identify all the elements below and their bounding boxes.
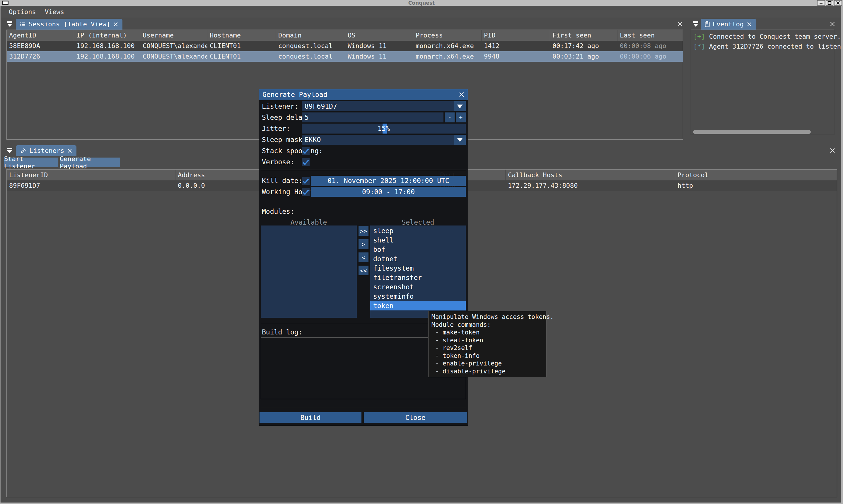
tab-sessions[interactable]: Sessions [Table View] bbox=[16, 19, 122, 30]
right-icon: > bbox=[362, 241, 365, 248]
list-item-highlighted[interactable]: token bbox=[370, 301, 466, 310]
sessions-collapse-button[interactable] bbox=[6, 20, 14, 29]
divider bbox=[261, 171, 466, 171]
listeners-panel-close-button[interactable] bbox=[829, 148, 836, 154]
checkmark-icon bbox=[302, 158, 310, 166]
tab-listeners-close-button[interactable] bbox=[67, 148, 72, 154]
column-header: AgentID bbox=[7, 30, 74, 41]
close-window-button[interactable] bbox=[834, 0, 842, 5]
cell-listener-id: 89F691D7 bbox=[7, 180, 176, 191]
working-hours-picker-button[interactable]: 09:00 - 17:00 bbox=[311, 187, 466, 197]
build-button[interactable]: Build bbox=[259, 412, 361, 423]
eventlog-text: Agent 312D7726 connected to listener bbox=[709, 41, 843, 52]
generate-payload-label: Generate Payload bbox=[60, 155, 120, 170]
close-button[interactable]: Close bbox=[364, 412, 467, 423]
clipboard-icon bbox=[705, 21, 710, 27]
column-header: Protocol bbox=[675, 169, 837, 180]
cell-domain: conquest.local bbox=[276, 51, 345, 62]
listener-value: 89F691D7 bbox=[302, 103, 337, 110]
eventlog-panel-close-button[interactable] bbox=[829, 21, 836, 27]
close-icon bbox=[829, 21, 836, 27]
eventlog-collapse-button[interactable] bbox=[692, 20, 699, 29]
dialog-close-button[interactable] bbox=[459, 91, 465, 98]
list-item[interactable]: filesystem bbox=[370, 264, 466, 273]
tooltip-line: - enable-privilege bbox=[431, 360, 543, 367]
cell-process: monarch.x64.exe bbox=[413, 41, 482, 51]
cell-hostname: CLIENT01 bbox=[208, 41, 276, 51]
list-item[interactable]: sleep bbox=[370, 226, 466, 235]
collapse-panel-icon bbox=[692, 20, 699, 28]
menubar: Options Views bbox=[0, 6, 843, 18]
sleep-delay-decrement-button[interactable]: - bbox=[445, 112, 454, 122]
sleep-mask-value: EKKO bbox=[302, 136, 321, 144]
list-item[interactable]: screenshot bbox=[370, 282, 466, 292]
eventlog-output: [+] Connected to Conquest team server. [… bbox=[691, 30, 834, 135]
tooltip-line: - make-token bbox=[431, 328, 543, 337]
tab-listeners[interactable]: Listeners bbox=[16, 145, 76, 156]
sleep-delay-increment-button[interactable]: + bbox=[456, 112, 466, 122]
cell-username: CONQUEST\alexander bbox=[140, 51, 208, 62]
close-icon bbox=[459, 91, 465, 98]
stack-spoofing-checkbox[interactable] bbox=[302, 147, 310, 155]
move-left-button[interactable]: < bbox=[359, 252, 369, 262]
column-header: OS bbox=[345, 30, 413, 41]
eventlog-entry: [+] Connected to Conquest team server. bbox=[693, 32, 831, 41]
selected-modules-list[interactable]: sleep shell bof dotnet filesystem filetr… bbox=[370, 226, 466, 318]
start-listener-button[interactable]: Start Listener bbox=[4, 158, 58, 167]
sessions-table-header: AgentID IP (Internal) Username Hostname … bbox=[7, 30, 683, 41]
menu-options[interactable]: Options bbox=[9, 8, 36, 16]
column-header: IP (Internal) bbox=[74, 30, 140, 41]
list-item[interactable]: systeminfo bbox=[370, 292, 466, 301]
column-header: Process bbox=[413, 30, 482, 41]
cell-protocol: http bbox=[675, 180, 837, 191]
eventlog-prefix-info: [*] bbox=[693, 41, 705, 52]
titlebar: Conquest bbox=[0, 0, 843, 6]
sleep-mask-dropdown[interactable]: EKKO bbox=[302, 135, 466, 145]
cell-agent-id: 312D7726 bbox=[7, 51, 74, 62]
column-header: Last seen bbox=[617, 30, 683, 41]
move-right-button[interactable]: > bbox=[359, 239, 369, 249]
tab-sessions-close-button[interactable] bbox=[113, 22, 118, 27]
listener-dropdown[interactable]: 89F691D7 bbox=[302, 101, 466, 111]
verbose-checkbox[interactable] bbox=[302, 158, 310, 166]
dialog-titlebar[interactable]: Generate Payload bbox=[259, 89, 468, 100]
kill-date-picker-button[interactable]: 01. November 2025 12:00:00 UTC bbox=[311, 176, 466, 186]
list-item[interactable]: shell bbox=[370, 235, 466, 245]
table-row-selected[interactable]: 312D7726 192.168.168.100 CONQUEST\alexan… bbox=[7, 51, 683, 62]
tab-listeners-label: Listeners bbox=[29, 147, 64, 154]
maximize-button[interactable] bbox=[826, 0, 833, 5]
cell-domain: conquest.local bbox=[276, 41, 345, 51]
list-item[interactable]: dotnet bbox=[370, 254, 466, 264]
generate-payload-button[interactable]: Generate Payload bbox=[60, 158, 120, 167]
dropdown-arrow-button[interactable] bbox=[454, 135, 466, 145]
menu-views[interactable]: Views bbox=[45, 8, 64, 16]
eventlog-horizontal-scrollbar[interactable] bbox=[693, 130, 811, 134]
minimize-icon bbox=[819, 1, 823, 5]
tooltip-line: Manipulate Windows access tokens. bbox=[431, 313, 543, 321]
column-header: Hostname bbox=[208, 30, 276, 41]
list-item[interactable]: filetransfer bbox=[370, 273, 466, 282]
build-button-label: Build bbox=[300, 414, 320, 421]
table-row[interactable]: 58EE89DA 192.168.168.100 CONQUEST\alexan… bbox=[7, 41, 683, 51]
dropdown-arrow-button[interactable] bbox=[454, 101, 466, 111]
tooltip-line: Module commands: bbox=[431, 321, 543, 329]
listeners-collapse-button[interactable] bbox=[6, 147, 14, 156]
sessions-panel-close-button[interactable] bbox=[677, 21, 683, 27]
broadcast-icon bbox=[20, 148, 26, 154]
sleep-delay-input[interactable]: 5 bbox=[302, 112, 444, 122]
available-modules-list[interactable] bbox=[261, 226, 357, 318]
move-all-left-button[interactable]: << bbox=[359, 266, 369, 275]
jitter-slider[interactable]: 15% bbox=[302, 124, 466, 133]
cell-username: CONQUEST\alexander bbox=[140, 41, 208, 51]
minimize-button[interactable] bbox=[817, 0, 825, 5]
list-item[interactable]: bof bbox=[370, 245, 466, 254]
move-all-right-button[interactable]: >> bbox=[359, 226, 369, 236]
jitter-label: Jitter: bbox=[262, 124, 290, 133]
checkmark-icon bbox=[302, 147, 310, 155]
window-frame-right bbox=[841, 6, 843, 504]
kill-date-checkbox[interactable] bbox=[302, 177, 310, 185]
working-hours-checkbox[interactable] bbox=[302, 188, 310, 196]
tab-eventlog[interactable]: Eventlog bbox=[701, 19, 756, 30]
tab-eventlog-close-button[interactable] bbox=[747, 22, 752, 27]
tooltip-line: - rev2self bbox=[431, 344, 543, 352]
